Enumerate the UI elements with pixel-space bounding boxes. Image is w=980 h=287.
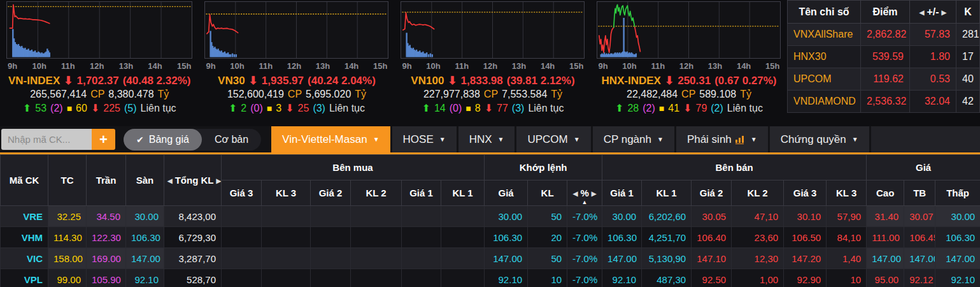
index-row[interactable]: HNX30539.591.8017 — [788, 46, 980, 68]
cell: 158.00 — [48, 248, 87, 269]
cell: 169.00 — [87, 248, 126, 269]
cell: 99.00 — [48, 269, 87, 287]
index-table-header--[interactable]: ◀+/-▶ — [910, 1, 956, 24]
index-table-header--i-m: Điểm — [861, 1, 910, 24]
ceiling-count: (2) — [643, 103, 655, 114]
cell: 92.50 — [692, 269, 732, 287]
add-symbol-button[interactable]: + — [92, 129, 115, 150]
intraday-chart-vn30 — [204, 1, 388, 59]
header-label: % — [580, 188, 588, 198]
shares-traded: 152,600,419 — [227, 89, 284, 99]
index-volume-line: 152,600,419CP5,695.020Tỷ — [204, 89, 388, 100]
cell: 487,30 — [642, 269, 692, 287]
cell: -7.0% — [567, 227, 602, 248]
col-header-m-ck: Mã CK — [1, 155, 48, 206]
index-row[interactable]: VNXAllShare2,862.8257.83281 — [788, 24, 980, 46]
index-row[interactable]: UPCOM119.620.5340 — [788, 68, 980, 91]
tab-hnx[interactable]: HNX▼ — [458, 126, 515, 152]
unchanged-icon: ■ — [465, 103, 471, 114]
cell: 106.50 — [784, 227, 827, 248]
time-tick-label: 9h — [206, 61, 215, 71]
shares-unit: CP — [484, 89, 498, 99]
unchanged-icon: ■ — [267, 103, 272, 114]
index-volume: 42 — [956, 91, 980, 113]
time-tick-label: 15h — [177, 61, 191, 71]
cell: -7.0% — [567, 248, 602, 269]
cell: 106.30 — [602, 227, 642, 248]
index-volume: 40 — [956, 68, 980, 91]
cell: 31.40 — [867, 206, 904, 227]
cell: 3,287,70 — [164, 248, 222, 269]
col-header-kl-2: KL 2 — [351, 180, 402, 206]
cell: 106.30 — [935, 227, 980, 248]
cell: 92.10 — [935, 269, 980, 287]
cell: 92.10 — [126, 269, 164, 287]
cell: 30.00 — [126, 206, 164, 227]
cell — [351, 227, 402, 248]
time-tick-label: 13h — [708, 61, 722, 71]
cell — [311, 269, 351, 287]
down-arrow-icon: ⬇ — [249, 75, 258, 87]
index-headline: HNX-INDEX⬇250.31(0.67 0.27%) — [597, 74, 781, 87]
col-header-gi-1: Giá 1 — [402, 180, 441, 206]
time-tick-label: 15h — [373, 61, 387, 71]
cell — [441, 206, 485, 227]
index-table-header-t-n-ch-s-: Tên chỉ số — [788, 1, 861, 24]
index-change: (40.48 2.32%) — [123, 75, 191, 87]
index-points: 2,862.82 — [861, 24, 910, 46]
cell: 92.12 — [904, 269, 935, 287]
col-header-kl-2: KL 2 — [732, 180, 784, 206]
tab-upcom[interactable]: UPCOM▼ — [516, 126, 590, 152]
tab-bar: + ✔Bảng giá Cơ bản Vin-Viettel-Masan▼HOS… — [0, 126, 980, 154]
col-header-kl-3: KL 3 — [827, 180, 867, 206]
sort-left-icon: ◀ — [573, 190, 578, 197]
stock-row-vic[interactable]: VIC158.00169.00147.003,287,70147.0050-7.… — [1, 248, 980, 269]
sort-right-icon: ▶ — [217, 177, 222, 184]
toggle-bang-gia[interactable]: ✔Bảng giá — [124, 129, 202, 151]
check-icon: ✔ — [136, 135, 144, 145]
unchanged-count: 8 — [475, 103, 481, 114]
col-header-%[interactable]: ◀%▶▲ — [567, 180, 602, 206]
time-tick-label: 12h — [287, 61, 301, 71]
time-axis: 9h10h11h12h13h14h15h — [401, 59, 585, 71]
tab-hose[interactable]: HOSE▼ — [392, 126, 457, 152]
floor-count: (3) — [512, 103, 525, 114]
index-name: VNXAllShare — [788, 24, 861, 46]
tab-bar-filler — [871, 126, 980, 152]
col-header-t-ng-kl[interactable]: ◀Tổng KL▶ — [164, 155, 222, 206]
down-arrow-icon: ⬇ — [91, 103, 99, 114]
stock-row-vre[interactable]: VRE32.2534.5030.008,423,0030.0050-7.0%30… — [1, 206, 980, 227]
down-arrow-icon: ⬇ — [485, 103, 493, 114]
up-arrow-icon: ⬆ — [23, 103, 31, 114]
col-header-th-p: Thấp — [935, 180, 980, 206]
col-header-gi-3: Giá 3 — [784, 180, 827, 206]
tab-cp-ng-nh[interactable]: CP ngành▼ — [593, 126, 674, 152]
header-label: Tổng KL — [175, 175, 214, 186]
turnover-value: 8,380.478 — [108, 89, 153, 99]
tab-ph-i-sinh[interactable]: Phái sinh▼ — [676, 126, 768, 152]
col-header-gi-2: Giá 2 — [311, 180, 351, 206]
tab-label: Chứng quyền — [781, 133, 846, 145]
symbol-search-input[interactable] — [1, 129, 92, 150]
down-arrow-icon: ⬇ — [64, 75, 73, 87]
col-header-kl: KL — [528, 180, 567, 206]
stock-row-vpl[interactable]: VPL99.00105.9092.10528,7092.1010-7.0%92.… — [1, 269, 980, 287]
turnover-unit: Tỷ — [355, 89, 366, 99]
time-tick-label: 12h — [679, 61, 693, 71]
time-tick-label: 11h — [61, 61, 75, 71]
chevron-down-icon: ▼ — [498, 136, 504, 143]
stock-row-vhm[interactable]: VHM114.30122.30106.306,729,30106.3020-7.… — [1, 227, 980, 248]
col-header-kl-3: KL 3 — [262, 180, 311, 206]
session-status: Liên tục — [141, 103, 176, 114]
index-row[interactable]: VNDIAMOND2,536.3232.0442 — [788, 91, 980, 113]
toggle-co-ban[interactable]: Cơ bản — [202, 129, 261, 151]
turnover-value: 7,553.584 — [502, 89, 547, 99]
tab-vin-viettel-masan[interactable]: Vin-Viettel-Masan▼ — [271, 126, 390, 152]
sort-right-icon: ▶ — [592, 190, 597, 197]
shares-unit: CP — [90, 89, 104, 99]
cell: 30.05 — [692, 206, 732, 227]
sort-left-icon: ◀ — [167, 177, 173, 184]
bar-chart-icon — [735, 135, 745, 144]
tab-ch-ng-quy-n[interactable]: Chứng quyền▼ — [770, 126, 869, 152]
intraday-chart-vn100 — [401, 1, 585, 59]
